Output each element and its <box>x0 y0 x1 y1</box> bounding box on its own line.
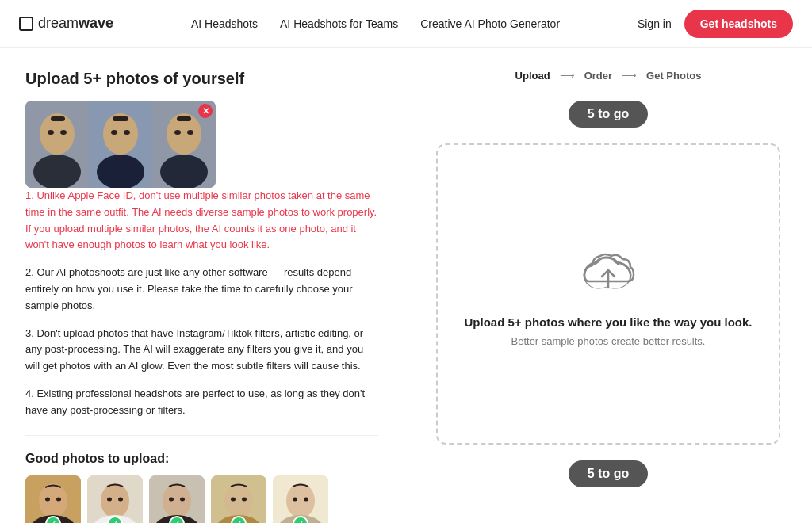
step-upload: Upload <box>515 70 550 82</box>
counter-badge-top: 5 to go <box>569 101 648 128</box>
nav-ai-headshots[interactable]: AI Headshots <box>191 17 258 30</box>
svg-rect-5 <box>51 116 65 121</box>
counter-badge-bottom: 5 to go <box>569 460 648 487</box>
svg-point-39 <box>286 483 315 518</box>
page-title: Upload 5+ photos of yourself <box>25 70 378 88</box>
svg-point-15 <box>174 130 181 135</box>
arrow-1: ⟶ <box>560 70 575 82</box>
logo-text: dreamwave <box>38 15 113 32</box>
header-actions: Sign in Get headshots <box>638 10 793 38</box>
svg-point-32 <box>180 497 185 501</box>
tip-1: 1. Unlike Apple Face ID, don't use multi… <box>25 188 378 254</box>
divider <box>25 435 378 436</box>
good-photos-title: Good photos to upload: <box>25 452 378 466</box>
svg-rect-17 <box>177 116 191 121</box>
good-photo-4: ✓ <box>211 475 266 523</box>
get-headshots-button[interactable]: Get headshots <box>684 10 793 38</box>
main-nav: AI Headshots AI Headshots for Teams Crea… <box>191 17 560 30</box>
svg-point-34 <box>224 483 253 518</box>
main-container: Upload 5+ photos of yourself <box>0 48 812 523</box>
svg-point-36 <box>231 497 236 501</box>
step-order: Order <box>584 70 612 82</box>
upload-dropzone[interactable]: Upload 5+ photos where you like the way … <box>436 143 780 445</box>
good-photo-2: ✓ <box>87 475 143 523</box>
upload-label: Upload 5+ photos where you like the way … <box>465 315 753 329</box>
svg-point-37 <box>242 497 247 501</box>
logo: dreamwave <box>19 15 113 32</box>
tip-4: 4. Existing professional headshots are p… <box>25 386 378 419</box>
svg-point-31 <box>169 497 174 501</box>
preview-face-2 <box>89 101 152 188</box>
svg-point-3 <box>48 130 54 135</box>
tip-3: 3. Don't upload photos that have Instagr… <box>25 326 378 375</box>
svg-point-22 <box>56 497 61 501</box>
svg-point-29 <box>163 483 191 518</box>
svg-point-24 <box>101 483 129 518</box>
preview-face-3: ✕ <box>152 101 216 188</box>
arrow-2: ⟶ <box>622 70 637 82</box>
svg-point-10 <box>124 130 130 135</box>
svg-point-41 <box>293 497 297 501</box>
good-photos-strip: ✓ ✓ <box>25 475 378 523</box>
step-get-photos: Get Photos <box>646 70 701 82</box>
svg-point-2 <box>33 155 81 188</box>
svg-point-9 <box>111 130 117 135</box>
good-photo-1: ✓ <box>25 475 81 523</box>
svg-point-21 <box>45 497 50 501</box>
svg-point-27 <box>118 497 123 501</box>
svg-rect-11 <box>113 116 128 121</box>
nav-headshots-for-teams[interactable]: AI Headshots for Teams <box>280 17 398 30</box>
svg-point-4 <box>60 130 67 135</box>
preview-face-1 <box>25 101 89 188</box>
svg-point-8 <box>97 155 144 188</box>
svg-point-14 <box>160 155 208 188</box>
upload-sublabel: Better sample photos create better resul… <box>511 335 706 347</box>
upload-icon <box>576 242 640 300</box>
right-panel: Upload ⟶ Order ⟶ Get Photos 5 to go <box>404 48 812 523</box>
header: dreamwave AI Headshots AI Headshots for … <box>0 0 812 48</box>
progress-steps: Upload ⟶ Order ⟶ Get Photos <box>436 70 780 82</box>
good-photo-3: ✓ <box>149 475 205 523</box>
remove-photo-button[interactable]: ✕ <box>198 104 213 118</box>
tip-2: 2. Our AI photoshoots are just like any … <box>25 265 378 314</box>
nav-creative-generator[interactable]: Creative AI Photo Generator <box>420 17 560 30</box>
logo-icon <box>19 17 33 31</box>
svg-point-19 <box>39 483 67 518</box>
svg-point-26 <box>107 497 112 501</box>
sign-in-button[interactable]: Sign in <box>638 17 672 30</box>
svg-point-42 <box>304 497 308 501</box>
good-photo-5: ✓ <box>273 475 328 523</box>
left-panel: Upload 5+ photos of yourself <box>0 48 404 523</box>
preview-strip: ✕ <box>25 101 216 188</box>
svg-point-16 <box>187 130 193 135</box>
